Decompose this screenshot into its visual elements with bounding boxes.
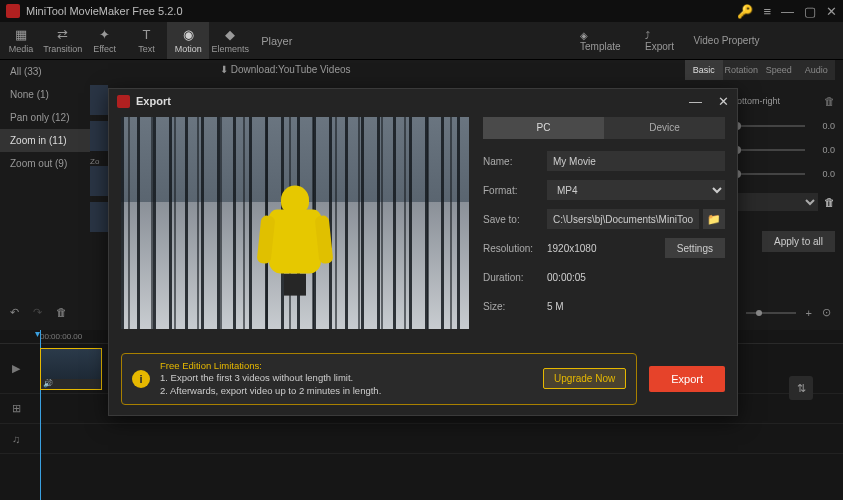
limits-header: Free Edition Limitations: <box>160 360 533 373</box>
dialog-header: Export — ✕ <box>109 89 737 113</box>
video-clip[interactable]: 🔊 <box>40 348 102 390</box>
close-icon[interactable]: ✕ <box>826 4 837 19</box>
undo-icon[interactable]: ↶ <box>10 306 19 319</box>
format-select[interactable]: MP4 <box>547 180 725 200</box>
download-youtube-link[interactable]: Download:YouTube Videos <box>220 64 351 75</box>
redo-icon[interactable]: ↷ <box>33 306 42 319</box>
limits-line1: 1. Export the first 3 videos without len… <box>160 372 533 385</box>
tab-device[interactable]: Device <box>604 117 725 139</box>
minimize-icon[interactable]: — <box>781 4 794 19</box>
motion-thumbnails: Zo <box>90 85 110 238</box>
trash-icon[interactable]: 🗑 <box>824 196 835 208</box>
free-limitations-banner: i Free Edition Limitations: 1. Export th… <box>121 353 637 405</box>
name-input[interactable] <box>547 151 725 171</box>
thumb-item[interactable] <box>90 166 108 196</box>
tool-transition[interactable]: ⇄Transition <box>42 27 84 54</box>
tool-elements[interactable]: ◆Elements <box>209 27 251 54</box>
duration-value: 00:00:05 <box>547 272 725 283</box>
cat-zoomin[interactable]: Zoom in (11) <box>0 129 90 152</box>
text-icon: T <box>143 27 151 42</box>
export-dialog: Export — ✕ PC Device Name: Format: MP4 S… <box>108 88 738 416</box>
tab-audio[interactable]: Audio <box>798 60 836 80</box>
tool-media[interactable]: ▦Media <box>0 27 42 54</box>
cat-pan[interactable]: Pan only (12) <box>0 106 90 129</box>
dialog-logo <box>117 95 130 108</box>
menu-icon[interactable]: ≡ <box>763 4 771 19</box>
name-label: Name: <box>483 156 547 167</box>
tab-speed[interactable]: Speed <box>760 60 798 80</box>
template-button[interactable]: ◈ Template <box>580 30 631 52</box>
export-form: PC Device Name: Format: MP4 Save to: 📁 R… <box>483 117 725 329</box>
swap-icon[interactable]: ⇅ <box>789 376 813 400</box>
tab-basic[interactable]: Basic <box>685 60 723 80</box>
titlebar: MiniTool MovieMaker Free 5.2.0 🔑 ≡ — ▢ ✕ <box>0 0 843 22</box>
cat-all[interactable]: All (33) <box>0 60 90 83</box>
key-icon[interactable]: 🔑 <box>737 4 753 19</box>
timeline-controls: ↶ ↷ 🗑 <box>10 306 67 319</box>
fit-icon[interactable]: ⊙ <box>822 306 831 319</box>
resolution-value: 1920x1080 <box>547 243 659 254</box>
cat-none[interactable]: None (1) <box>0 83 90 106</box>
dialog-title: Export <box>136 95 673 107</box>
category-list: All (33) None (1) Pan only (12) Zoom in … <box>0 60 90 175</box>
thumb-item[interactable] <box>90 121 108 151</box>
format-label: Format: <box>483 185 547 196</box>
size-label: Size: <box>483 301 547 312</box>
maximize-icon[interactable]: ▢ <box>804 4 816 19</box>
tab-rotation[interactable]: Rotation <box>723 60 761 80</box>
export-button-top[interactable]: ⤴ Export <box>645 30 682 52</box>
transition-icon: ⇄ <box>57 27 68 42</box>
video-track-icon: ▶ <box>12 362 20 375</box>
saveto-label: Save to: <box>483 214 547 225</box>
saveto-input[interactable] <box>547 209 699 229</box>
elements-icon: ◆ <box>225 27 235 42</box>
media-icon: ▦ <box>15 27 27 42</box>
tool-text[interactable]: TText <box>126 27 168 54</box>
info-icon: i <box>132 370 150 388</box>
thumb-item[interactable] <box>90 202 108 232</box>
dialog-minimize-icon[interactable]: — <box>689 94 702 109</box>
app-title: MiniTool MovieMaker Free 5.2.0 <box>26 5 731 17</box>
duration-label: Duration: <box>483 272 547 283</box>
settings-button[interactable]: Settings <box>665 238 725 258</box>
resolution-label: Resolution: <box>483 243 547 254</box>
export-preview <box>121 117 469 329</box>
trash-icon[interactable]: 🗑 <box>824 95 835 107</box>
zoom-slider[interactable] <box>746 312 796 314</box>
export-target-tabs: PC Device <box>483 117 725 139</box>
delete-icon[interactable]: 🗑 <box>56 306 67 319</box>
upgrade-button[interactable]: Upgrade Now <box>543 368 626 389</box>
export-button[interactable]: Export <box>649 366 725 392</box>
video-property-header: Video Property <box>694 35 843 46</box>
tool-motion[interactable]: ◉Motion <box>167 22 209 59</box>
clip-audio-icon: 🔊 <box>41 379 101 389</box>
player-header: Player <box>251 35 580 47</box>
size-value: 5 M <box>547 301 725 312</box>
limits-line2: 2. Afterwards, export video up to 2 minu… <box>160 385 533 398</box>
audio-track[interactable]: ♫ <box>0 424 843 454</box>
browse-folder-icon[interactable]: 📁 <box>703 209 725 229</box>
music-track-icon: ♫ <box>12 433 20 445</box>
tool-effect[interactable]: ✦Effect <box>84 27 126 54</box>
effect-icon: ✦ <box>99 27 110 42</box>
dialog-close-icon[interactable]: ✕ <box>718 94 729 109</box>
zoom-in-icon[interactable]: + <box>806 307 812 319</box>
overlay-track-icon: ⊞ <box>12 402 21 415</box>
cat-zoomout[interactable]: Zoom out (9) <box>0 152 90 175</box>
apply-all-button[interactable]: Apply to all <box>762 231 835 252</box>
tab-pc[interactable]: PC <box>483 117 604 139</box>
thumb-item[interactable] <box>90 85 108 115</box>
main-toolbar: ▦Media ⇄Transition ✦Effect TText ◉Motion… <box>0 22 843 60</box>
motion-icon: ◉ <box>183 27 194 42</box>
app-logo <box>6 4 20 18</box>
